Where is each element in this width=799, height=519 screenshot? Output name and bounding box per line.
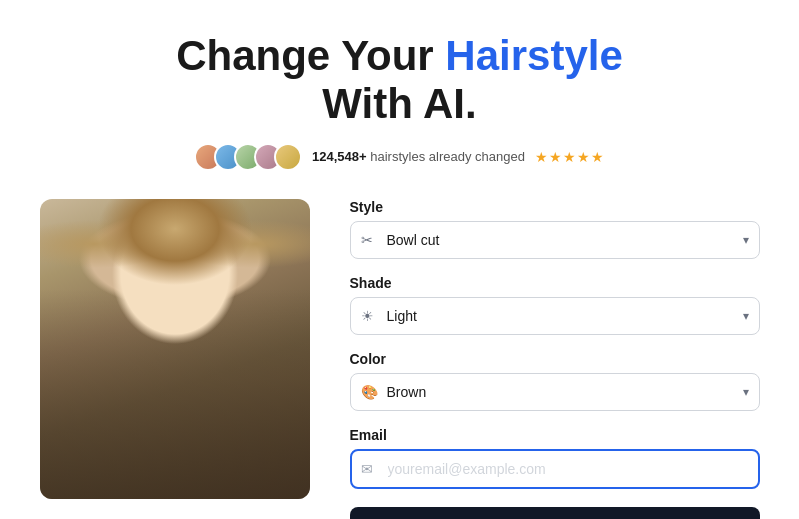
title-highlight: Hairstyle — [445, 32, 622, 79]
shade-label: Shade — [350, 275, 760, 291]
avatar — [274, 143, 302, 171]
form-section: Style ✂ Bowl cut Bob cut Pixie cut Shag … — [350, 199, 760, 519]
color-select[interactable]: Brown Blonde Black Red Gray — [350, 373, 760, 411]
shade-select[interactable]: Light Medium Dark — [350, 297, 760, 335]
color-group: Color 🎨 Brown Blonde Black Red Gray ▾ — [350, 351, 760, 411]
hero-title: Change Your Hairstyle With AI. — [176, 32, 623, 129]
email-input-wrapper: ✉ — [350, 449, 760, 489]
photo-section — [40, 199, 310, 499]
title-prefix: Change Your — [176, 32, 445, 79]
color-select-wrapper: 🎨 Brown Blonde Black Red Gray ▾ — [350, 373, 760, 411]
style-label: Style — [350, 199, 760, 215]
proof-description: hairstyles already changed — [367, 149, 525, 164]
title-suffix: With AI. — [322, 80, 476, 127]
page-wrapper: Change Your Hairstyle With AI. 124,548+ … — [0, 0, 799, 519]
email-group: Email ✉ — [350, 427, 760, 489]
main-content: Style ✂ Bowl cut Bob cut Pixie cut Shag … — [40, 199, 760, 519]
person-photo — [40, 199, 310, 499]
shade-group: Shade ☀ Light Medium Dark ▾ — [350, 275, 760, 335]
email-input[interactable] — [350, 449, 760, 489]
style-group: Style ✂ Bowl cut Bob cut Pixie cut Shag … — [350, 199, 760, 259]
email-label: Email — [350, 427, 760, 443]
avatar-group — [194, 143, 302, 171]
send-magic-link-button[interactable]: ✦ Send magic link — [350, 507, 760, 519]
proof-text: 124,548+ hairstyles already changed — [312, 149, 525, 164]
color-label: Color — [350, 351, 760, 367]
shade-select-wrapper: ☀ Light Medium Dark ▾ — [350, 297, 760, 335]
proof-count: 124,548+ — [312, 149, 367, 164]
social-proof: 124,548+ hairstyles already changed ★★★★… — [194, 143, 605, 171]
style-select[interactable]: Bowl cut Bob cut Pixie cut Shag cut Laye… — [350, 221, 760, 259]
style-select-wrapper: ✂ Bowl cut Bob cut Pixie cut Shag cut La… — [350, 221, 760, 259]
star-rating: ★★★★★ — [535, 149, 605, 165]
